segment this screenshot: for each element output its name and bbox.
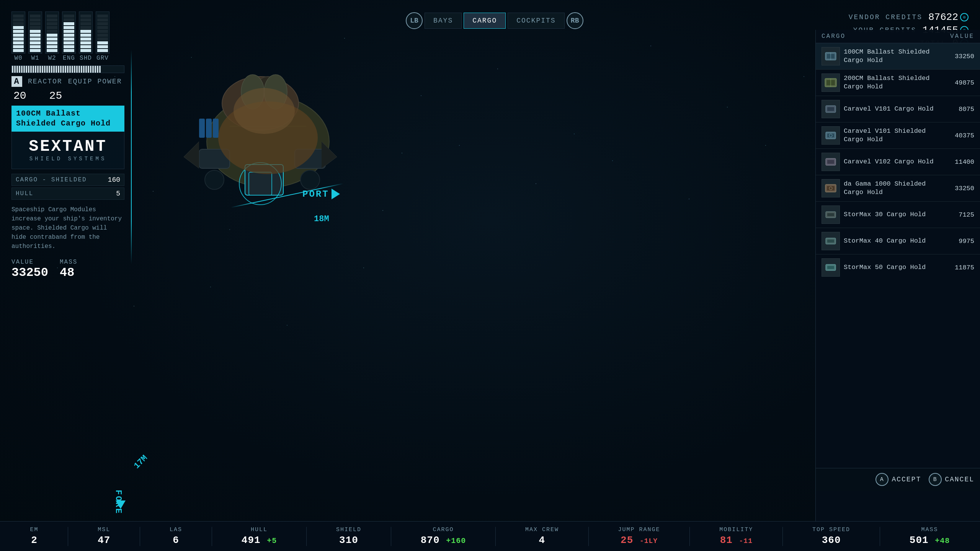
panel-controls: A ACCEPT B CANCEL [815, 468, 980, 491]
vendor-credits-row: VENDOR CREDITS 87622 ⊙ [849, 11, 969, 23]
accept-button[interactable]: A ACCEPT [875, 473, 921, 486]
k1-label: K1 [251, 119, 260, 127]
svg-rect-12 [827, 160, 834, 164]
list-item[interactable]: StorMax 50 Cargo Hold 11875 [816, 254, 980, 280]
cargo-item-price-8: 11875 [947, 264, 974, 271]
stat-cargo-label: CARGO - SHIELDED [16, 176, 87, 183]
mobility-value: 81 -11 [720, 535, 753, 546]
cargo-panel: CARGO VALUE 100CM Ballast Shielded Cargo… [815, 30, 980, 521]
cargo-panel-header: CARGO VALUE [816, 30, 980, 43]
stat-shield: SHIELD 310 [336, 527, 361, 546]
cargo-icon-6 [822, 205, 840, 224]
hull-label: HULL [251, 527, 268, 533]
list-item[interactable]: StorMax 30 Cargo Hold 7125 [816, 202, 980, 228]
stat-las: LAS 6 [170, 527, 182, 546]
stat-mobility: MOBILITY 81 -11 [719, 527, 753, 546]
bar-w1-label: W1 [31, 55, 39, 62]
max-crew-value: 4 [539, 535, 546, 546]
las-label: LAS [170, 527, 182, 533]
bar-grv-label: GRV [96, 55, 109, 62]
bar-shd: SHD [79, 11, 93, 62]
stat-hull-label: HULL [16, 190, 33, 197]
bar-eng: ENG [62, 11, 76, 62]
mass-stat-label: MASS [921, 527, 938, 533]
jump-range-value: 25 -1LY [621, 535, 658, 546]
bottom-stats-bar: EM 2 MSL 47 LAS 6 HULL 491 +5 SHIELD 310… [0, 521, 980, 551]
cargo-item-price-1: 49875 [947, 79, 974, 86]
cargo-item-name-5: da Gama 1000 Shielded Cargo Hold [844, 180, 944, 197]
list-item[interactable]: StorMax 40 Cargo Hold 9975 [816, 228, 980, 254]
em-value: 2 [31, 535, 38, 546]
vendor-credits-label: VENDOR CREDITS [849, 13, 923, 21]
equip-power-value: 25 [49, 90, 62, 102]
tab-cargo[interactable]: CARGO [464, 13, 506, 29]
stat-hull-value: 5 [116, 190, 120, 197]
stat-hull: HULL 491 +5 [242, 527, 277, 546]
value-amount: 33250 [11, 266, 48, 280]
cargo-item-name-2: Caravel V101 Cargo Hold [844, 105, 944, 113]
stat-em: EM 2 [30, 527, 38, 546]
cargo-item-price-5: 33250 [947, 185, 974, 192]
bar-eng-label: ENG [63, 55, 75, 62]
value-mass-block: VALUE 33250 MASS 48 [11, 259, 124, 280]
cargo-panel-value-header: VALUE [950, 33, 974, 40]
list-item[interactable]: Caravel V101 Cargo Hold 8075 [816, 96, 980, 122]
list-item[interactable]: 200CM Ballast Shielded Cargo Hold 49875 [816, 70, 980, 96]
cargo-item-name-6: StorMax 30 Cargo Hold [844, 210, 944, 219]
bar-w1: W1 [28, 11, 42, 62]
port-label: PORT [302, 189, 340, 199]
cancel-key-icon: B [929, 473, 942, 486]
dimension-18m: 18M [314, 214, 329, 224]
cargo-item-price-3: 40375 [947, 132, 974, 139]
bar-grv: GRV [96, 11, 109, 62]
cargo-list: 100CM Ballast Shielded Cargo Hold 33250 … [816, 43, 980, 280]
cargo-item-price-2: 8075 [947, 106, 974, 113]
equip-power-label: EQUIP POWER [68, 78, 122, 85]
cargo-icon-0 [822, 47, 840, 65]
list-item[interactable]: 100CM Ballast Shielded Cargo Hold 33250 [816, 43, 980, 70]
reactor-grade: A [11, 76, 22, 87]
brand-block: SEXTANT SHIELD SYSTEMS [11, 132, 124, 169]
stat-hull: HULL 5 [11, 187, 124, 200]
list-item[interactable]: Caravel V101 Shielded Cargo Hold 40375 [816, 122, 980, 149]
cargo-icon-4 [822, 153, 840, 171]
brand-sub: SHIELD SYSTEMS [16, 156, 119, 162]
mass-amount: 48 [60, 266, 77, 280]
item-description: Spaceship Cargo Modules increase your sh… [11, 205, 124, 251]
cargo-icon-8 [822, 258, 840, 277]
selected-item-name: 100CM Ballast Shielded Cargo Hold [11, 106, 124, 132]
cargo-stat-value: 870 +160 [421, 535, 466, 546]
tab-bays[interactable]: BAYS [425, 13, 462, 29]
hull-value: 491 +5 [242, 535, 277, 546]
reactor-value: 20 [13, 90, 26, 102]
cargo-icon-5 [822, 179, 840, 197]
tab-lb[interactable]: LB [406, 12, 423, 29]
svg-rect-19 [827, 240, 834, 243]
stat-cargo-value: 160 [108, 176, 120, 184]
top-speed-value: 360 [822, 535, 841, 546]
list-item[interactable]: Caravel V102 Cargo Hold 11400 [816, 149, 980, 175]
item-stats: CARGO - SHIELDED 160 HULL 5 [11, 174, 124, 200]
port-arrow-icon [332, 189, 340, 199]
cargo-item-name-4: Caravel V102 Cargo Hold [844, 158, 944, 166]
bar-shd-label: SHD [80, 55, 92, 62]
svg-rect-17 [827, 213, 834, 216]
cargo-item-name-1: 200CM Ballast Shielded Cargo Hold [844, 74, 944, 91]
tab-rb[interactable]: RB [567, 12, 583, 29]
stat-top-speed: TOP SPEED 360 [812, 527, 850, 546]
cargo-item-name-7: StorMax 40 Cargo Hold [844, 237, 944, 245]
tab-cockpits[interactable]: COCKPITS [508, 13, 564, 29]
stat-msl: MSL 47 [98, 527, 110, 546]
bar-w2: W2 [45, 11, 59, 62]
dimension-line-vertical [131, 50, 132, 264]
shield-label: SHIELD [336, 527, 361, 533]
cargo-icon-7 [822, 232, 840, 250]
list-item[interactable]: da Gama 1000 Shielded Cargo Hold 33250 [816, 175, 980, 202]
mass-stat-value: 501 +48 [910, 535, 950, 546]
vendor-credit-icon: ⊙ [960, 13, 969, 21]
stat-cargo: CARGO 870 +160 [421, 527, 466, 546]
cancel-button[interactable]: B CANCEL [929, 473, 974, 486]
accept-key-icon: A [875, 473, 889, 486]
stat-mass: MASS 501 +48 [910, 527, 950, 546]
bar-w0: W0 [11, 11, 25, 62]
